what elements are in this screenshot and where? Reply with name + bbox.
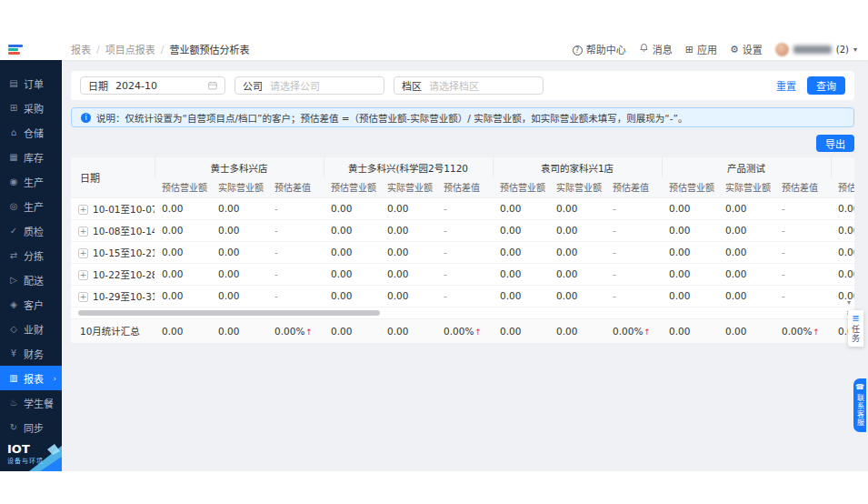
value-cell: 0.00 [155,219,211,241]
expand-row-button[interactable]: + [78,292,88,302]
contact-support-button[interactable]: ☎ 联系客服 [853,378,866,432]
group-header: 黄士多科兴店 [155,157,324,177]
sidebar-item-quality-check[interactable]: ✓质检 [0,218,62,243]
sidebar-item-production-2[interactable]: ◎生产 [0,194,62,218]
district-filter-select[interactable]: 档区 请选择档区 [394,76,544,95]
date-filter-input[interactable]: 日期 2024-10 [80,76,225,95]
info-icon: i [81,113,91,123]
summary-cell: 0.00%↑ [774,319,831,343]
value-cell: 0.00 [155,285,211,307]
sidebar-item-orders[interactable]: ▤订单 [0,71,62,96]
value-cell: 0.00 [380,285,436,307]
value-cell: 0.00 [324,241,380,263]
messages-button[interactable]: 消息 [639,42,673,56]
sidebar-item-inventory[interactable]: ▦库存 [0,145,62,169]
breadcrumb-item: 营业额预估分析表 [169,42,249,56]
value-cell: - [267,219,324,241]
user-avatar [775,43,789,56]
export-button[interactable]: 导出 [816,135,854,152]
sidebar-item-label: 配送 [24,273,44,287]
horizontal-scrollbar[interactable]: › [71,307,854,318]
layers-icon: ≣ [852,314,859,323]
table-row: +10-22至10-280.000.00-0.000.00-0.000.00-0… [71,263,854,285]
settings-button[interactable]: ⚙设置 [730,42,763,56]
expand-row-button[interactable]: + [78,270,88,280]
apps-button[interactable]: ⊞应用 [685,42,717,56]
sidebar-item-customers[interactable]: ◈客户 [0,292,62,317]
sidebar-item-label: 库存 [24,150,44,165]
sidebar-item-label: 财务 [24,347,44,361]
sidebar-item-sorting[interactable]: ⇄分拣 [0,243,62,267]
sidebar-item-sync[interactable]: ↻同步 [0,415,62,439]
sidebar-item-biz-finance[interactable]: ◇业财 [0,317,62,341]
sidebar-item-student-meal[interactable]: ♨学生餐 [0,390,62,415]
table-row: +10-29至10-310.000.00-0.000.00-0.000.00-0… [71,285,854,307]
procurement-icon: ⊞ [8,104,19,113]
sidebar-item-label: 订单 [24,76,44,91]
help-center-button[interactable]: ?帮助中心 [573,42,626,56]
value-cell: 0.00 [662,197,718,219]
value-cell: 0.00 [662,219,718,241]
sidebar-item-production-1[interactable]: ◉生产 [0,169,62,194]
sidebar-item-label: 分拣 [24,248,44,263]
column-header: 实际营业额 [718,177,774,197]
apps-label: 应用 [697,42,717,56]
date-cell: +10-01至10-07 [71,197,155,219]
scroll-down-icon[interactable]: ▾ [847,298,851,307]
content-area: 日期 2024-10 公司 请选择公司 档区 请选择档区 重置 查询 [62,60,868,471]
reports-icon: ▥ [8,374,19,383]
value-cell: - [436,263,493,285]
value-cell: 0.00 [493,197,549,219]
sidebar-item-warehouse[interactable]: ⌂仓储 [0,120,62,145]
query-button[interactable]: 查询 [807,76,845,95]
summary-label: 10月统计汇总 [71,319,155,343]
value-cell: 0.00 [211,197,267,219]
value-cell: 0.00 [324,197,380,219]
column-header-date: 日期 [71,157,155,197]
value-cell: - [605,197,662,219]
breadcrumb-separator: / [96,44,100,55]
expand-row-button[interactable]: + [78,248,88,258]
value-cell: 0.00 [549,285,605,307]
value-cell: 0.00 [718,263,774,285]
value-cell: 0.00 [718,197,774,219]
table-row: +10-08至10-140.000.00-0.000.00-0.000.00-0… [71,219,854,241]
chevron-down-icon: ▾ [853,45,857,54]
breadcrumb-item[interactable]: 报表 [71,42,91,56]
date-range-label: 10-15至10-21 [93,247,155,258]
apps-icon: ⊞ [685,44,693,55]
info-alert-text: 说明：仅统计设置为“自营项目点/档口”的客户；预估差值 =（预估营业额-实际营业… [96,111,687,125]
value-cell: 0.00 [211,263,267,285]
up-arrow-icon: ↑ [644,328,651,337]
value-cell: 0.00 [211,285,267,307]
task-float-button[interactable]: ≣ 任务 [848,310,863,347]
sidebar-item-label: 生产 [24,175,44,189]
column-header: 预估营业额 [831,177,854,197]
column-header: 预估营业额 [155,177,211,197]
breadcrumb-item[interactable]: 项目点报表 [105,42,155,56]
finance-icon: ¥ [8,349,19,358]
expand-row-button[interactable]: + [78,227,88,237]
inventory-icon: ▦ [8,153,19,162]
value-cell: 0.00 [831,219,854,241]
brand-bar-red [8,52,20,55]
iot-footer: IOT 设备与环境 [0,440,62,471]
value-cell: 0.00 [493,219,549,241]
user-menu[interactable]: (2) ▾ [775,43,857,56]
value-cell: - [436,197,493,219]
column-header: 预估差值 [774,177,831,197]
sidebar-item-procurement[interactable]: ⊞采购 [0,96,62,120]
calendar-icon [208,81,217,90]
sidebar-item-delivery[interactable]: ▷配送 [0,267,62,292]
scrollbar-thumb[interactable] [78,310,380,316]
company-filter-select[interactable]: 公司 请选择公司 [234,76,384,95]
value-cell: - [774,285,831,307]
sidebar-item-reports[interactable]: ▥报表› [0,366,62,390]
reset-button[interactable]: 重置 [776,78,796,93]
column-header: 预估差值 [605,177,662,197]
expand-row-button[interactable]: + [78,205,88,215]
bell-icon [639,43,649,55]
summary-cell: 0.00 [324,319,380,343]
sidebar-item-finance[interactable]: ¥财务 [0,341,62,366]
task-float-label: 任务 [850,325,862,343]
